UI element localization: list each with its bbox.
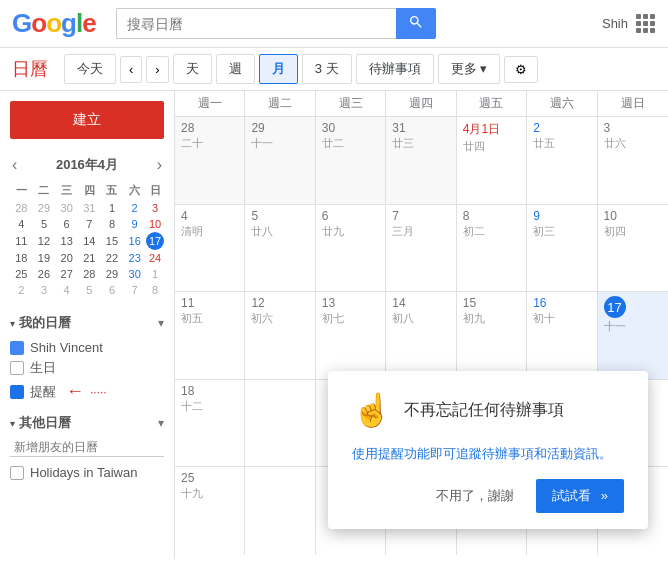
mini-cal-day[interactable]: 2 [123, 200, 146, 216]
mini-cal-day[interactable]: 5 [78, 282, 101, 298]
mini-cal-prev[interactable]: ‹ [10, 155, 19, 175]
calendar-item[interactable]: 生日 [10, 357, 164, 379]
cell-lunar: 十二 [181, 399, 238, 414]
try-button[interactable]: 試試看 » [536, 479, 624, 513]
mini-cal-day[interactable]: 6 [101, 282, 124, 298]
mini-cal-day[interactable]: 26 [33, 266, 56, 282]
mini-cal-day[interactable]: 2 [10, 282, 33, 298]
three-day-view-button[interactable]: 3 天 [302, 54, 352, 84]
mini-cal-day[interactable]: 11 [10, 232, 33, 250]
calendar-cell[interactable]: 10初四 [598, 205, 668, 292]
mini-cal-day[interactable]: 25 [10, 266, 33, 282]
calendar-cell[interactable]: 17十一 [598, 292, 668, 379]
calendar-cell[interactable]: 6廿九 [316, 205, 386, 292]
calendar-cell[interactable]: 29十一 [245, 117, 315, 204]
calendar-cell[interactable]: 9初三 [527, 205, 597, 292]
mini-cal-day[interactable]: 13 [55, 232, 78, 250]
calendar-cell[interactable]: 12初六 [245, 292, 315, 379]
mini-cal-day[interactable]: 15 [101, 232, 124, 250]
other-calendars-header[interactable]: ▾ 其他日曆 ▾ [10, 414, 164, 432]
calendar-cell[interactable]: 30廿二 [316, 117, 386, 204]
apps-icon[interactable] [636, 14, 656, 34]
mini-cal-day[interactable]: 7 [123, 282, 146, 298]
calendar-cell[interactable]: 15初九 [457, 292, 527, 379]
calendar-item[interactable]: 提醒← ····· [10, 379, 164, 404]
mini-cal-day[interactable]: 28 [10, 200, 33, 216]
my-cals-menu-icon[interactable]: ▾ [158, 316, 164, 330]
settings-button[interactable]: ⚙ [504, 56, 538, 83]
calendar-cell[interactable]: 16初十 [527, 292, 597, 379]
other-calendar-item[interactable]: Holidays in Taiwan [10, 463, 164, 482]
todo-button[interactable]: 待辦事項 [356, 54, 434, 84]
calendar-cell[interactable]: 4清明 [175, 205, 245, 292]
calendar-cell[interactable]: 4月1日廿四 [457, 117, 527, 204]
calendar-checkbox[interactable] [10, 385, 24, 399]
create-button[interactable]: 建立 [10, 101, 164, 139]
mini-cal-day[interactable]: 18 [10, 250, 33, 266]
calendar-cell[interactable] [245, 467, 315, 555]
mini-cal-day[interactable]: 27 [55, 266, 78, 282]
search-button[interactable] [396, 8, 436, 39]
mini-cal-day[interactable]: 29 [101, 266, 124, 282]
mini-cal-day[interactable]: 31 [78, 200, 101, 216]
mini-cal-day[interactable]: 8 [146, 282, 164, 298]
day-view-button[interactable]: 天 [173, 54, 212, 84]
calendar-checkbox[interactable] [10, 341, 24, 355]
month-view-button[interactable]: 月 [259, 54, 298, 84]
prev-button[interactable]: ‹ [120, 56, 142, 83]
calendar-cell[interactable]: 3廿六 [598, 117, 668, 204]
cell-lunar: 廿三 [392, 136, 449, 151]
today-button[interactable]: 今天 [64, 54, 116, 84]
mini-cal-day[interactable]: 21 [78, 250, 101, 266]
mini-cal-day[interactable]: 29 [33, 200, 56, 216]
calendar-checkbox[interactable] [10, 361, 24, 375]
other-cals-menu-icon[interactable]: ▾ [158, 416, 164, 430]
mini-cal-day[interactable]: 23 [123, 250, 146, 266]
search-input[interactable] [116, 8, 396, 39]
mini-cal-day[interactable]: 24 [146, 250, 164, 266]
mini-cal-day[interactable]: 30 [55, 200, 78, 216]
mini-cal-day[interactable]: 7 [78, 216, 101, 232]
mini-cal-day[interactable]: 20 [55, 250, 78, 266]
mini-cal-day[interactable]: 14 [78, 232, 101, 250]
calendar-cell[interactable]: 2廿五 [527, 117, 597, 204]
mini-cal-day[interactable]: 8 [101, 216, 124, 232]
mini-cal-day[interactable]: 3 [33, 282, 56, 298]
other-calendar-checkbox[interactable] [10, 466, 24, 480]
calendar-cell[interactable]: 8初二 [457, 205, 527, 292]
mini-cal-day[interactable]: 9 [123, 216, 146, 232]
calendar-cell[interactable] [245, 380, 315, 467]
calendar-item[interactable]: Shih Vincent [10, 338, 164, 357]
mini-cal-day[interactable]: 17 [146, 232, 164, 250]
mini-cal-day[interactable]: 1 [101, 200, 124, 216]
mini-cal-day[interactable]: 1 [146, 266, 164, 282]
mini-cal-day[interactable]: 4 [55, 282, 78, 298]
calendar-cell[interactable]: 5廿八 [245, 205, 315, 292]
mini-cal-day[interactable]: 6 [55, 216, 78, 232]
calendar-cell[interactable]: 13初七 [316, 292, 386, 379]
more-button[interactable]: 更多 ▾ [438, 54, 501, 84]
mini-cal-day[interactable]: 16 [123, 232, 146, 250]
mini-cal-day[interactable]: 19 [33, 250, 56, 266]
next-button[interactable]: › [146, 56, 168, 83]
dismiss-button[interactable]: 不用了，謝謝 [424, 479, 526, 513]
mini-cal-day[interactable]: 22 [101, 250, 124, 266]
mini-cal-day[interactable]: 3 [146, 200, 164, 216]
mini-cal-day[interactable]: 12 [33, 232, 56, 250]
calendar-cell[interactable]: 11初五 [175, 292, 245, 379]
calendar-cell[interactable]: 7三月 [386, 205, 456, 292]
mini-cal-next[interactable]: › [155, 155, 164, 175]
mini-cal-day[interactable]: 28 [78, 266, 101, 282]
my-calendars-header[interactable]: ▾ 我的日曆 ▾ [10, 314, 164, 332]
new-friend-input[interactable] [10, 438, 164, 457]
calendar-cell[interactable]: 31廿三 [386, 117, 456, 204]
calendar-cell[interactable]: 25十九 [175, 467, 245, 555]
mini-cal-day[interactable]: 5 [33, 216, 56, 232]
calendar-cell[interactable]: 18十二 [175, 380, 245, 467]
calendar-cell[interactable]: 28二十 [175, 117, 245, 204]
mini-cal-day[interactable]: 10 [146, 216, 164, 232]
mini-cal-day[interactable]: 4 [10, 216, 33, 232]
mini-cal-day[interactable]: 30 [123, 266, 146, 282]
calendar-cell[interactable]: 14初八 [386, 292, 456, 379]
week-view-button[interactable]: 週 [216, 54, 255, 84]
